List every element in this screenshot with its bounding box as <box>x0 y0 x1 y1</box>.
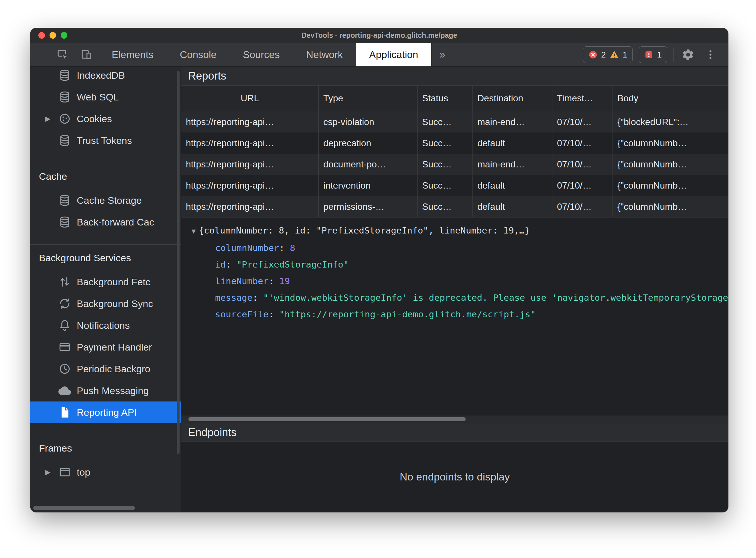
twisty-expanded-icon[interactable]: ▼ <box>192 227 196 235</box>
cell-url: https://reporting-api… <box>181 154 319 175</box>
sidebar-item-label: Periodic Backgro <box>77 363 150 375</box>
property-key: id <box>215 259 237 270</box>
tab-application[interactable]: Application <box>356 43 431 67</box>
toggle-device-toolbar-button[interactable] <box>74 43 98 67</box>
sidebar-item-label: IndexedDB <box>77 70 125 81</box>
application-sidebar: IndexedDB Web SQL ▶ Cookies Trust Tokens <box>30 67 181 512</box>
object-preview-row[interactable]: ▼{columnNumber: 8, id: "PrefixedStorageI… <box>181 222 728 239</box>
property-key: lineNumber <box>215 276 279 286</box>
cloud-icon <box>58 384 71 397</box>
property-row: message"'window.webkitStorageInfo' is de… <box>181 289 728 306</box>
tab-network[interactable]: Network <box>293 43 356 67</box>
reports-section-header: Reports <box>181 67 728 85</box>
sidebar-item-notifications[interactable]: Notifications <box>30 314 181 336</box>
content-horizontal-scrollbar-track[interactable] <box>181 415 728 423</box>
property-key: columnNumber <box>215 243 290 253</box>
property-row: sourceFile"https://reporting-api-demo.gl… <box>181 306 728 323</box>
gear-icon <box>682 48 694 61</box>
sidebar-item-back-forward-cache[interactable]: Back-forward Cac <box>30 211 181 233</box>
cell-timestamp: 07/10/… <box>553 175 613 196</box>
cell-type: deprecation <box>319 132 417 154</box>
warning-icon <box>609 50 619 59</box>
sidebar-item-label: Background Sync <box>77 298 153 309</box>
section-header-background-services: Background Services <box>30 245 181 271</box>
document-icon <box>58 406 71 418</box>
toolbar-divider <box>674 48 674 62</box>
vertical-dots-icon <box>704 48 717 61</box>
column-header-status[interactable]: Status <box>417 85 473 111</box>
cell-url: https://reporting-api… <box>181 132 319 154</box>
section-header-frames: Frames <box>30 435 181 461</box>
sidebar-item-reporting-api[interactable]: Reporting API <box>30 402 181 423</box>
inspect-cursor-icon <box>56 49 69 61</box>
console-summary-badge[interactable]: 2 1 <box>583 46 633 63</box>
sidebar-tree: IndexedDB Web SQL ▶ Cookies Trust Tokens <box>30 67 181 483</box>
column-header-type[interactable]: Type <box>319 85 417 111</box>
tab-label: Network <box>306 49 343 60</box>
tab-console[interactable]: Console <box>167 43 230 67</box>
cell-type: document-po… <box>319 154 417 175</box>
cell-destination: main-end… <box>473 154 553 175</box>
sidebar-item-label: Background Fetc <box>77 276 150 287</box>
sidebar-item-cookies[interactable]: ▶ Cookies <box>30 108 181 130</box>
sidebar-item-label: Cache Storage <box>77 195 142 206</box>
endpoints-empty-state: No endpoints to display <box>181 442 728 512</box>
sidebar-vertical-scrollbar[interactable] <box>177 71 179 454</box>
cell-status: Succ… <box>417 154 473 175</box>
sidebar-item-label: Notifications <box>77 320 130 331</box>
warning-count: 1 <box>623 50 628 59</box>
cell-body: {"columnNumb… <box>613 132 728 154</box>
tab-label: Elements <box>112 49 153 60</box>
inspect-element-button[interactable] <box>50 43 74 67</box>
cell-status: Succ… <box>417 111 473 132</box>
settings-button[interactable] <box>680 47 696 63</box>
column-header-url[interactable]: URL <box>181 85 319 111</box>
endpoints-empty-message: No endpoints to display <box>400 471 510 483</box>
property-value: "https://reporting-api-demo.glitch.me/sc… <box>279 309 536 319</box>
sidebar-item-top-frame[interactable]: ▶ top <box>30 461 181 483</box>
sidebar-item-label: Trust Tokens <box>77 135 132 146</box>
report-row[interactable]: https://reporting-api… document-po… Succ… <box>181 154 728 175</box>
more-options-button[interactable] <box>703 47 718 63</box>
cell-destination: default <box>473 132 553 154</box>
report-row[interactable]: https://reporting-api… deprecation Succ…… <box>181 132 728 154</box>
sidebar-horizontal-scrollbar[interactable] <box>33 506 135 510</box>
twisty-collapsed-icon[interactable]: ▶ <box>45 115 58 123</box>
cell-status: Succ… <box>417 196 473 217</box>
report-row[interactable]: https://reporting-api… permissions-… Suc… <box>181 196 728 217</box>
sidebar-item-trust-tokens[interactable]: Trust Tokens <box>30 130 181 151</box>
column-header-timestamp[interactable]: Timest… <box>553 85 613 111</box>
sidebar-item-web-sql[interactable]: Web SQL <box>30 86 181 108</box>
sidebar-item-label: Reporting API <box>77 407 137 418</box>
issues-badge[interactable]: 1 <box>639 46 667 63</box>
report-row[interactable]: https://reporting-api… csp-violation Suc… <box>181 111 728 132</box>
error-count: 2 <box>601 50 606 59</box>
column-header-body[interactable]: Body <box>613 85 728 111</box>
cell-url: https://reporting-api… <box>181 175 319 196</box>
tab-elements[interactable]: Elements <box>98 43 167 67</box>
twisty-collapsed-icon[interactable]: ▶ <box>45 468 58 476</box>
tab-sources[interactable]: Sources <box>230 43 293 67</box>
column-header-destination[interactable]: Destination <box>473 85 553 111</box>
sidebar-item-cache-storage[interactable]: Cache Storage <box>30 189 181 211</box>
device-toolbar-icon <box>80 49 93 61</box>
more-tabs-button[interactable]: » <box>431 43 453 67</box>
report-row[interactable]: https://reporting-api… intervention Succ… <box>181 175 728 196</box>
sidebar-item-background-sync[interactable]: Background Sync <box>30 293 181 314</box>
property-value: "PrefixedStorageInfo" <box>237 259 349 270</box>
cookie-icon <box>58 112 71 125</box>
up-down-arrows-icon <box>58 276 71 288</box>
property-value: 19 <box>279 276 290 286</box>
sidebar-item-payment-handler[interactable]: Payment Handler <box>30 336 181 358</box>
cell-destination: main-end… <box>473 111 553 132</box>
database-icon <box>58 134 71 147</box>
sidebar-item-background-fetch[interactable]: Background Fetc <box>30 271 181 293</box>
cell-body: {"columnNumb… <box>613 154 728 175</box>
reports-table: URL Type Status Destination Timest… Body… <box>181 85 728 218</box>
sidebar-item-indexeddb[interactable]: IndexedDB <box>30 67 181 86</box>
error-icon <box>588 50 598 59</box>
content-horizontal-scrollbar-thumb[interactable] <box>189 417 466 421</box>
reports-title: Reports <box>188 70 226 82</box>
sidebar-item-push-messaging[interactable]: Push Messaging <box>30 380 181 402</box>
sidebar-item-periodic-background-sync[interactable]: Periodic Backgro <box>30 358 181 380</box>
